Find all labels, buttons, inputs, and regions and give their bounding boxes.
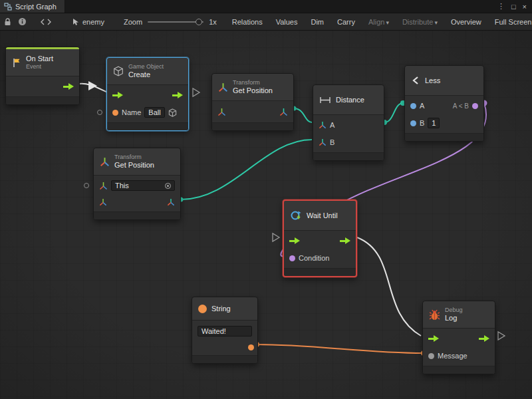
bug-icon [429,309,440,321]
node-title: String [211,305,231,313]
node-title: Distance [336,96,364,104]
transform-port-icon[interactable] [99,198,107,206]
zoom-value: 1x [209,18,217,26]
node-less[interactable]: Less A A < B B 1 [404,65,484,142]
node-footer [423,366,495,374]
cursor-icon [72,18,79,26]
code-view-icon[interactable] [40,16,52,28]
transform-axes-icon [218,82,228,92]
zoom-slider-thumb[interactable] [196,19,202,25]
flow-output-port[interactable] [479,335,489,342]
node-title: Get Position [233,86,273,95]
target-value: This [115,182,129,190]
unconnected-port-icon[interactable] [84,183,89,188]
result-output-port[interactable] [472,103,478,109]
transform-input-port[interactable] [217,108,226,116]
graph-toolbar: enemy Zoom 1x Relations Values Dim Carry… [0,13,532,31]
node-wait-until[interactable]: Wait Until Condition [283,200,357,277]
node-subtitle: Event [26,63,53,70]
chevron-down-icon: ▾ [434,19,438,26]
target-object-button[interactable]: enemy [69,17,108,27]
flow-output-port[interactable] [340,237,350,244]
node-title: Log [445,314,463,323]
string-value-input[interactable]: Waited! [198,326,252,336]
transform-axes-icon [100,157,110,167]
dim-button[interactable]: Dim [307,17,327,27]
node-category: Game Object [128,63,164,70]
vector-port-icon[interactable] [319,121,327,129]
b-value-input[interactable]: 1 [428,118,440,128]
carry-button[interactable]: Carry [334,17,358,27]
node-on-start-event[interactable]: On Start Event [5,47,80,105]
node-title: Get Position [114,161,154,170]
zoom-control: Zoom 1x [124,17,217,27]
string-type-icon [198,305,207,313]
vector-port-icon[interactable] [319,138,327,146]
distribute-dropdown[interactable]: Distribute▾ [399,17,441,27]
flow-output-port[interactable] [172,92,183,98]
port-label: B [330,138,334,146]
flow-output-port[interactable] [63,83,74,90]
position-output-port[interactable] [167,198,175,206]
result-label: A < B [453,102,469,110]
flow-input-port[interactable] [428,335,439,342]
node-footer [212,123,293,130]
string-output-port[interactable] [248,344,254,350]
node-get-position-b[interactable]: Transform Get Position This [93,148,181,220]
node-footer [313,153,384,160]
window-controls: ⋮ □ × [497,0,532,13]
maximize-icon[interactable]: □ [511,3,516,11]
distribute-label: Distribute [402,18,433,26]
name-input[interactable]: Ball [144,107,164,118]
lock-icon[interactable] [4,16,11,28]
info-icon[interactable] [18,16,27,28]
flow-input-port[interactable] [112,92,123,98]
node-create-gameobject[interactable]: Game Object Create Name Ball [106,57,189,131]
node-distance[interactable]: Distance A B [313,84,384,161]
node-footer [6,97,79,104]
node-title: Wait Until [307,211,338,219]
align-label: Align [368,18,384,26]
align-dropdown[interactable]: Align▾ [365,17,392,27]
relations-button[interactable]: Relations [229,17,266,27]
cube-icon [113,66,124,76]
name-port[interactable] [112,110,118,116]
node-footer [192,356,257,363]
port-label: B [420,119,424,127]
node-category: Transform [233,79,273,86]
node-footer [107,123,188,130]
object-picker-icon[interactable] [165,183,171,189]
node-footer [94,212,180,219]
flow-input-port[interactable] [289,237,300,244]
position-output-port[interactable] [279,108,288,116]
port-label: A [420,102,424,110]
message-port[interactable] [428,353,434,359]
close-icon[interactable]: × [523,3,527,11]
condition-port[interactable] [289,255,295,261]
zoom-label: Zoom [124,18,142,26]
node-category: Debug [445,307,463,314]
node-footer [405,134,483,141]
overview-button[interactable]: Overview [448,17,485,27]
unconnected-port-icon[interactable] [97,110,102,115]
target-input[interactable]: This [111,180,175,191]
window-menu-icon[interactable]: ⋮ [497,2,505,11]
values-button[interactable]: Values [273,17,301,27]
gameobject-cube-icon [168,108,177,117]
distance-icon [319,96,331,104]
node-title: On Start [26,55,53,63]
port-label: A [330,121,334,129]
full-screen-button[interactable]: Full Screen [491,17,532,27]
transform-input-port[interactable] [99,182,108,190]
zoom-slider[interactable] [148,17,203,27]
node-category: Transform [114,154,154,161]
node-debug-log[interactable]: Debug Log Message [422,301,495,374]
title-bar: Script Graph ⋮ □ × [0,0,532,13]
input-a-port[interactable] [410,103,416,109]
port-label: Condition [299,254,329,262]
node-title: Less [425,76,440,84]
node-string-literal[interactable]: String Waited! [192,297,258,364]
node-get-position-a[interactable]: Transform Get Position [211,73,294,131]
input-b-port[interactable] [410,120,416,126]
tab-script-graph[interactable]: Script Graph [0,0,65,13]
